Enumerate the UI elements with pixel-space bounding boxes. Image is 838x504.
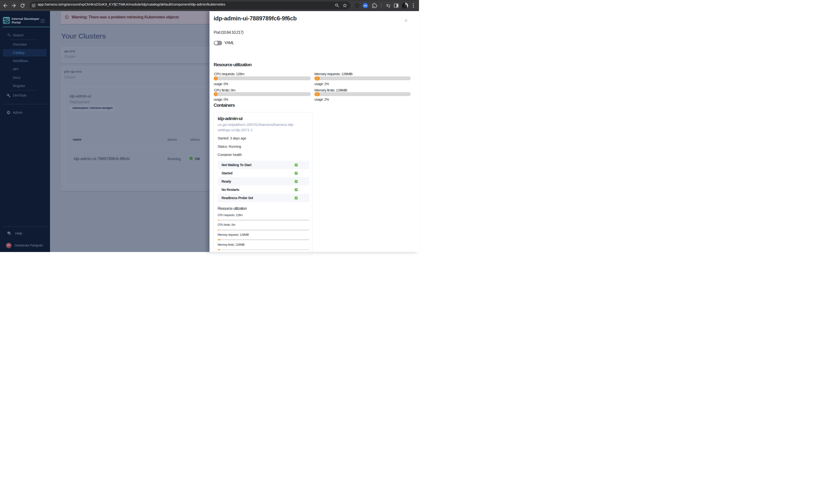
svg-text:?: ? bbox=[8, 232, 9, 233]
